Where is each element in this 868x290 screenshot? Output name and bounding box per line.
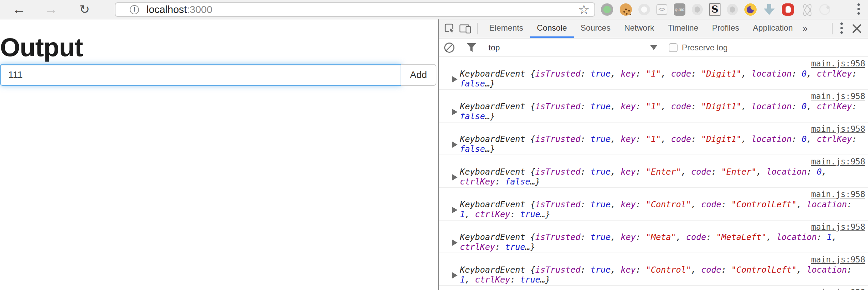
extension-down-arrow[interactable]: [763, 3, 775, 16]
input-group: Add: [0, 64, 436, 86]
extension-swirl[interactable]: [638, 4, 650, 15]
console-source-link[interactable]: main.js:958: [811, 222, 865, 232]
reload-button[interactable]: ↻: [74, 0, 95, 19]
add-button[interactable]: Add: [401, 64, 436, 86]
site-info-icon[interactable]: i: [130, 5, 139, 14]
tab-application[interactable]: Application: [746, 19, 800, 38]
extension-stop-hand[interactable]: [782, 3, 794, 16]
url-port: :3000: [187, 4, 212, 15]
expand-arrow-icon[interactable]: [452, 109, 458, 115]
tabbar-separator-right: [832, 23, 833, 34]
console-message[interactable]: KeyboardEvent {isTrusted: true, key: "Co…: [460, 265, 852, 285]
extension-gray-oval-2[interactable]: [727, 4, 738, 15]
link-line: main.js:958: [460, 91, 865, 101]
page-title: Output: [0, 34, 83, 60]
execution-context-select[interactable]: top: [489, 43, 500, 52]
console-entry: main.js:958KeyboardEvent {isTrusted: tru…: [439, 188, 868, 221]
address-bar[interactable]: i localhost:3000 ☆: [115, 2, 595, 17]
console-toolbar: top Preserve log: [439, 38, 868, 57]
console-message[interactable]: KeyboardEvent {isTrusted: true, key: "1"…: [460, 134, 857, 154]
web-page: Output Add: [0, 19, 438, 290]
extension-cookie[interactable]: [620, 3, 632, 16]
devtools-tabbar: ElementsConsoleSourcesNetworkTimelinePro…: [439, 19, 868, 38]
link-line: main.js:958: [460, 59, 865, 69]
browser-toolbar: ← → ↻ i localhost:3000 ☆ <>φ.mdS: [0, 0, 868, 19]
expand-arrow-icon[interactable]: [452, 272, 458, 279]
console-entry: main.js:958: [439, 286, 868, 290]
devtools-panel: ElementsConsoleSourcesNetworkTimelinePro…: [438, 19, 868, 290]
extension-s-letter[interactable]: S: [709, 3, 720, 16]
page-text-input[interactable]: [0, 64, 401, 86]
link-line: main.js:958: [460, 287, 865, 290]
link-line: main.js:958: [460, 189, 865, 199]
filter-icon[interactable]: [467, 43, 476, 52]
forward-button[interactable]: →: [41, 0, 61, 19]
expand-arrow-icon[interactable]: [452, 76, 458, 83]
tab-profiles[interactable]: Profiles: [705, 19, 746, 38]
console-message[interactable]: KeyboardEvent {isTrusted: true, key: "1"…: [460, 101, 857, 121]
console-entry: main.js:958KeyboardEvent {isTrusted: tru…: [439, 90, 868, 123]
devtools-tabs: ElementsConsoleSourcesNetworkTimelinePro…: [482, 19, 800, 38]
browser-menu-container: [857, 0, 860, 19]
console-message[interactable]: KeyboardEvent {isTrusted: true, key: "Co…: [460, 199, 852, 219]
console-entry: main.js:958KeyboardEvent {isTrusted: tru…: [439, 123, 868, 155]
preserve-log-checkbox[interactable]: [669, 43, 678, 52]
extension-orbit-faded[interactable]: [819, 4, 830, 15]
expand-arrow-icon[interactable]: [452, 174, 458, 181]
extension-green-circle[interactable]: [601, 3, 613, 16]
extension-react-atom[interactable]: [801, 3, 813, 16]
tab-elements[interactable]: Elements: [482, 19, 530, 38]
tab-network[interactable]: Network: [617, 19, 661, 38]
extension-gray-oval-1[interactable]: [692, 4, 703, 15]
console-source-link[interactable]: main.js:958: [811, 59, 865, 68]
expand-arrow-icon[interactable]: [452, 239, 458, 246]
url-text: localhost:3000: [146, 4, 212, 15]
extension-icons: <>φ.mdS: [601, 0, 830, 19]
url-host: localhost: [146, 4, 187, 15]
tab-sources[interactable]: Sources: [574, 19, 617, 38]
devtools-tabbar-right: [832, 22, 868, 35]
link-line: main.js:958: [460, 255, 865, 265]
preserve-log-label: Preserve log: [682, 43, 728, 52]
inspect-element-icon[interactable]: [444, 23, 455, 34]
extension-moon[interactable]: [744, 3, 757, 16]
extension-markdown-doc[interactable]: φ.md: [674, 3, 685, 16]
link-line: main.js:958: [460, 222, 865, 232]
bookmark-star-icon[interactable]: ☆: [578, 3, 590, 16]
console-source-link[interactable]: main.js:958: [811, 157, 865, 166]
tab-console[interactable]: Console: [530, 19, 574, 38]
console-source-link[interactable]: main.js:958: [811, 124, 865, 134]
devtools-menu-icon[interactable]: [840, 22, 843, 35]
back-button[interactable]: ←: [9, 0, 29, 19]
console-log: main.js:958KeyboardEvent {isTrusted: tru…: [439, 57, 868, 290]
console-entry: main.js:958KeyboardEvent {isTrusted: tru…: [439, 253, 868, 286]
tab-timeline[interactable]: Timeline: [661, 19, 705, 38]
console-source-link[interactable]: main.js:958: [811, 190, 865, 199]
console-source-link[interactable]: main.js:958: [811, 288, 865, 290]
console-entry: main.js:958KeyboardEvent {isTrusted: tru…: [439, 57, 868, 90]
device-toolbar-icon[interactable]: [459, 23, 471, 34]
console-entry: main.js:958KeyboardEvent {isTrusted: tru…: [439, 221, 868, 253]
console-message[interactable]: KeyboardEvent {isTrusted: true, key: "Me…: [460, 232, 837, 252]
extension-code-window[interactable]: <>: [656, 4, 667, 15]
console-message[interactable]: KeyboardEvent {isTrusted: true, key: "En…: [460, 167, 827, 187]
expand-arrow-icon[interactable]: [452, 207, 458, 213]
chevron-down-icon[interactable]: [650, 45, 657, 50]
console-entry: main.js:958KeyboardEvent {isTrusted: tru…: [439, 155, 868, 188]
link-line: main.js:958: [460, 124, 865, 134]
link-line: main.js:958: [460, 157, 865, 167]
browser-menu-icon[interactable]: [857, 3, 860, 16]
devtools-close-icon[interactable]: [852, 23, 862, 34]
clear-console-icon[interactable]: [444, 43, 454, 53]
console-source-link[interactable]: main.js:958: [811, 255, 865, 264]
expand-arrow-icon[interactable]: [452, 141, 458, 148]
console-source-link[interactable]: main.js:958: [811, 92, 865, 101]
console-message[interactable]: KeyboardEvent {isTrusted: true, key: "1"…: [460, 69, 857, 88]
tabbar-separator: [477, 23, 478, 34]
more-tabs-chevron[interactable]: »: [800, 23, 810, 34]
